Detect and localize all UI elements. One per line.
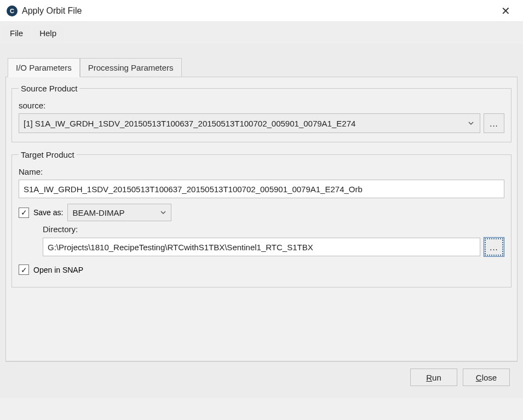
run-button[interactable]: Run (410, 369, 457, 386)
menu-file[interactable]: File (2, 25, 31, 41)
target-name-label: Name: (19, 167, 504, 176)
saveas-format-value: BEAM-DIMAP (72, 208, 124, 217)
titlebar: Apply Orbit File ✕ (0, 0, 523, 22)
directory-browse-button[interactable]: ... (484, 237, 504, 257)
window-title: Apply Orbit File (22, 6, 495, 16)
tab-processing-parameters[interactable]: Processing Parameters (80, 58, 182, 77)
saveas-checkbox[interactable] (19, 208, 29, 218)
open-in-snap-checkbox[interactable] (19, 264, 29, 275)
source-product-select[interactable]: [1] S1A_IW_GRDH_1SDV_20150513T100637_201… (19, 113, 480, 133)
saveas-format-select[interactable]: BEAM-DIMAP (67, 204, 171, 221)
source-product-legend: Source Product (19, 84, 79, 93)
chevron-down-icon (160, 209, 166, 216)
menubar: File Help (0, 22, 523, 43)
source-product-value: [1] S1A_IW_GRDH_1SDV_20150513T100637_201… (24, 119, 355, 128)
source-label: source: (19, 101, 504, 110)
tab-io-parameters[interactable]: I/O Parameters (8, 58, 80, 77)
directory-input[interactable] (43, 238, 480, 256)
footer: Run Close (5, 361, 518, 393)
source-browse-button[interactable]: ... (484, 113, 504, 133)
content-area: I/O Parameters Processing Parameters Sou… (0, 43, 523, 398)
close-button[interactable]: Close (463, 369, 510, 386)
tabbar: I/O Parameters Processing Parameters (8, 57, 518, 77)
menu-help[interactable]: Help (32, 25, 64, 41)
saveas-label: Save as: (33, 208, 63, 217)
app-icon (7, 5, 18, 16)
tabpanel-io: Source Product source: [1] S1A_IW_GRDH_1… (5, 77, 518, 361)
source-product-group: Source Product source: [1] S1A_IW_GRDH_1… (12, 84, 511, 142)
open-in-snap-label: Open in SNAP (33, 266, 83, 274)
close-icon[interactable]: ✕ (495, 0, 516, 22)
target-product-group: Target Product Name: Save as: BEAM-DIMAP… (12, 150, 511, 287)
target-product-legend: Target Product (19, 150, 77, 159)
chevron-down-icon (468, 120, 474, 126)
target-name-input[interactable] (19, 180, 504, 198)
directory-label: Directory: (43, 225, 504, 234)
